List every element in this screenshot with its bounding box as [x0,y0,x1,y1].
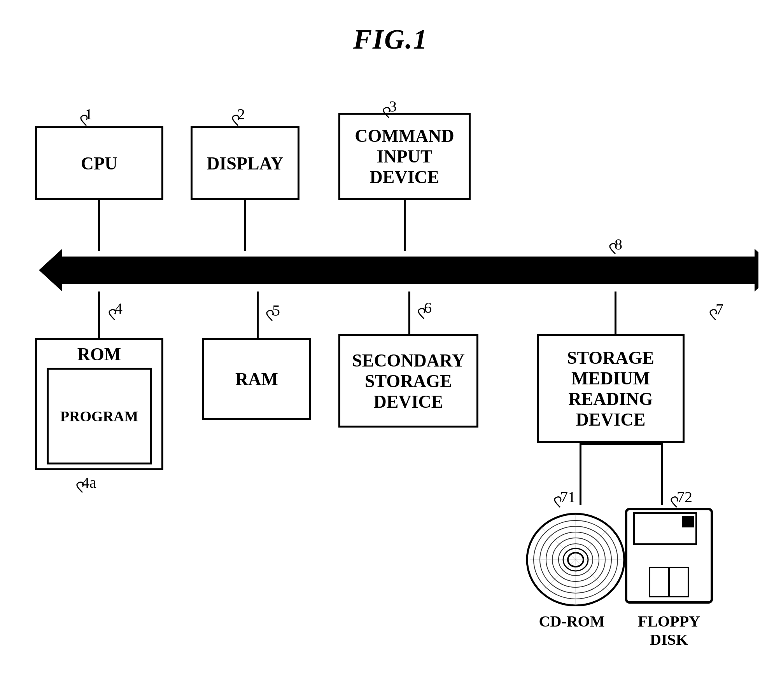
program-box: PROGRAM [47,368,152,464]
wave-ref-4 [103,306,126,322]
wave-ref-71 [548,494,572,509]
storage-vline [615,292,616,338]
storage-hline [580,443,663,445]
wave-ref-72 [665,494,688,509]
wave-ref-2 [226,112,250,127]
ram-box: RAM [202,338,311,420]
page-title: FIG.1 [0,0,781,56]
wave-ref-4a [71,479,94,494]
ram-vline [257,292,259,338]
bus-label: BUS [331,257,447,279]
ram-label: RAM [235,369,278,389]
wave-ref-1 [75,112,98,127]
wave-ref-5 [261,307,284,323]
floppy-label: FLOPPY DISK [618,612,720,649]
floppy-vline [661,443,663,505]
storage-medium-label: STORAGE MEDIUM READING DEVICE [567,347,654,430]
command-input-box: COMMAND INPUT DEVICE [338,113,471,200]
display-vline [244,200,246,251]
display-box: DISPLAY [191,126,299,200]
rom-vline [98,292,100,338]
display-label: DISPLAY [207,153,284,174]
cpu-label: CPU [81,153,118,174]
wave-ref-7 [704,306,727,322]
secondary-vline [408,292,410,338]
command-vline [404,200,406,251]
cpu-box: CPU [35,126,163,200]
rom-box: ROM PROGRAM [35,338,163,470]
cdrom-icon [525,505,626,606]
wave-ref-8 [604,240,627,256]
storage-medium-box: STORAGE MEDIUM READING DEVICE [537,334,685,443]
command-input-label: COMMAND INPUT DEVICE [355,126,454,187]
wave-ref-3 [377,104,401,120]
program-label: PROGRAM [60,408,138,425]
cdrom-label: CD-ROM [521,612,622,630]
svg-rect-17 [683,516,693,527]
secondary-storage-box: SECONDARY STORAGE DEVICE [338,334,478,428]
secondary-storage-label: SECONDARY STORAGE DEVICE [352,350,465,412]
wave-ref-6 [412,305,436,321]
floppy-icon [622,505,716,606]
rom-label: ROM [77,344,121,365]
cpu-vline [98,200,100,251]
cdrom-vline [580,443,581,505]
